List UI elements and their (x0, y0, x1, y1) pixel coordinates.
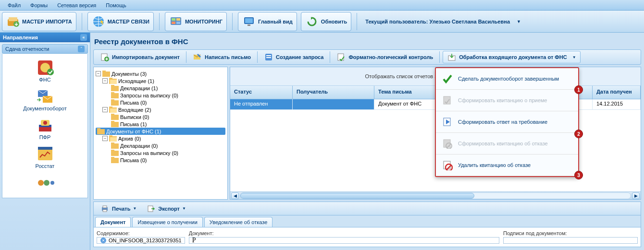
chevron-down-icon: ▼ (572, 55, 576, 60)
tree-label: Документы (3) (111, 71, 147, 77)
folder-icon (97, 128, 105, 134)
print-button[interactable]: Печать ▼ (96, 202, 141, 215)
main-view-button[interactable]: Главный вид (238, 12, 297, 31)
col-status[interactable]: Статус (230, 86, 293, 99)
tree-letters[interactable]: Письма (0) (96, 99, 225, 106)
nav-item-rosstat[interactable]: Росстат (2, 143, 87, 172)
tree-outgoing[interactable]: −Исходящие (1) (96, 77, 225, 84)
nav-item-workflow[interactable]: Документооборот (2, 85, 87, 114)
folder-open-icon (109, 107, 117, 113)
menu-form-refusal: Сформировать квитанцию об отказе (436, 133, 578, 155)
nav-item-more[interactable] (2, 172, 87, 195)
delete-icon (442, 159, 453, 171)
svg-rect-40 (111, 85, 114, 87)
tree-arch-letters[interactable]: Письма (0) (96, 156, 225, 164)
svg-point-24 (44, 180, 50, 186)
tree-archive[interactable]: −Архив (0) (96, 135, 225, 142)
svg-rect-42 (111, 92, 114, 94)
comm-master-button[interactable]: МАСТЕР СВЯЗИ (87, 12, 154, 31)
menu-network[interactable]: Сетевая версия (52, 1, 101, 10)
monitoring-button[interactable]: МОНИТОРИНГ (165, 12, 227, 31)
tab-document[interactable]: Документ (95, 217, 131, 227)
nav-list: ФНС Документооборот ПФР Росстат (2, 54, 88, 198)
collapse-icon[interactable]: − (102, 107, 108, 112)
details-panel: Печать ▼ Экспорт ▼ Документ Извещение о … (93, 202, 641, 247)
current-user-label[interactable]: Текущий пользователь: Улезько Светлана В… (362, 19, 513, 24)
collapse-icon[interactable]: − (96, 71, 101, 76)
menu-help[interactable]: Помощь (101, 1, 131, 10)
refresh-button[interactable]: Обновить (301, 12, 351, 31)
button-label: Создание запроса (276, 54, 323, 60)
collapse-icon[interactable]: − (102, 78, 108, 83)
sidebar-section-label: Сдача отчетности (5, 46, 49, 52)
folder-icon (111, 121, 119, 127)
tree-root[interactable]: −Документы (3) (96, 70, 225, 77)
svg-point-23 (38, 180, 44, 186)
col-date[interactable]: Дата получен (593, 86, 641, 99)
collapse-icon[interactable]: − (102, 136, 108, 141)
svg-rect-53 (97, 128, 100, 130)
cell-status: Не отправлен (230, 99, 293, 109)
horizontal-scrollbar[interactable]: ◀ ▶ (230, 191, 641, 199)
envelope-exchange-icon (36, 88, 55, 105)
menu-forms[interactable]: Формы (25, 1, 52, 10)
export-button[interactable]: Экспорт ▼ (142, 202, 190, 215)
tree-arch-decl[interactable]: Декларации (0) (96, 142, 225, 149)
collapse-icon[interactable]: « (80, 34, 87, 41)
flk-button[interactable]: Форматно-логический контроль (332, 51, 437, 63)
tree-arch-req[interactable]: Запросы на выписку (0) (96, 149, 225, 156)
tree-letters-in[interactable]: Письма (1) (96, 120, 225, 128)
svg-rect-62 (111, 157, 114, 159)
tree-label: Выписки (0) (120, 114, 149, 120)
nav-label: ПФР (4, 134, 86, 140)
menu-delete-refusal[interactable]: Удалить квитанцию об отказе (436, 155, 578, 176)
scroll-left-icon[interactable]: ◀ (231, 192, 239, 199)
svg-rect-10 (245, 18, 253, 23)
svg-rect-37 (109, 78, 112, 80)
scroll-right-icon[interactable]: ▶ (632, 192, 640, 199)
tree-declarations[interactable]: Декларации (1) (96, 84, 225, 92)
nav-item-pfr[interactable]: ПФР (2, 114, 87, 143)
content-label: Содержимое: (97, 230, 185, 236)
svg-point-25 (50, 181, 54, 185)
folder-icon (111, 157, 119, 163)
tab-notice[interactable]: Извещение о получении (132, 217, 202, 227)
tree-label: Входящие (2) (118, 107, 151, 113)
tree-label: Декларации (1) (120, 85, 158, 91)
menu-file[interactable]: Файл (3, 1, 25, 10)
process-incoming-dropdown[interactable]: Обработка входящего документа от ФНС ▼ (443, 51, 580, 63)
details-toolbar: Печать ▼ Экспорт ▼ (94, 202, 641, 215)
separator (186, 51, 186, 63)
nav-item-fns[interactable]: ФНС (2, 57, 87, 85)
grid-panel: Отображать список отчетов за период: Нед… (230, 67, 641, 200)
scroll-track[interactable] (240, 192, 631, 199)
content-file[interactable]: ON_INFSOOB_312303729351 (97, 237, 185, 244)
svg-rect-31 (266, 57, 271, 58)
tree-docs-from-fns[interactable]: Документы от ФНС (1) (96, 128, 225, 135)
import-doc-button[interactable]: Импортировать документ (96, 51, 184, 63)
nav-label: ФНС (4, 77, 86, 83)
badge-2: 2 (574, 130, 583, 138)
write-letter-button[interactable]: Написать письмо (188, 51, 255, 63)
scroll-thumb[interactable] (240, 193, 474, 199)
svg-rect-46 (109, 107, 112, 108)
create-request-button[interactable]: Создание запроса (260, 51, 328, 63)
svg-rect-21 (38, 149, 52, 160)
sidebar: Направления « Сдача отчетности ˄ ФНС Док… (0, 33, 90, 250)
tree-requests[interactable]: Запросы на выписку (0) (96, 92, 225, 99)
menu-bar: Файл Формы Сетевая версия Помощь (0, 0, 644, 11)
import-master-button[interactable]: МАСТЕР ИМПОРТА (2, 12, 76, 31)
col-recipient[interactable]: Получатель (293, 86, 374, 99)
tree-extracts[interactable]: Выписки (0) (96, 113, 225, 120)
more-icon (36, 175, 55, 191)
tab-refusal[interactable]: Уведомление об отказе (204, 217, 272, 227)
tree-incoming[interactable]: −Входящие (2) (96, 106, 225, 113)
svg-rect-51 (111, 121, 114, 123)
sidebar-section[interactable]: Сдача отчетности ˄ (2, 44, 88, 54)
check-doc-icon (336, 52, 346, 62)
chevron-down-icon[interactable]: ▼ (517, 19, 521, 24)
doc-preview: P (189, 237, 499, 244)
menu-form-answer[interactable]: Сформировать ответ на требование (436, 111, 578, 133)
menu-complete-workflow[interactable]: Сделать документооборот завершенным (436, 68, 578, 90)
nav-label: Росстат (4, 163, 86, 169)
